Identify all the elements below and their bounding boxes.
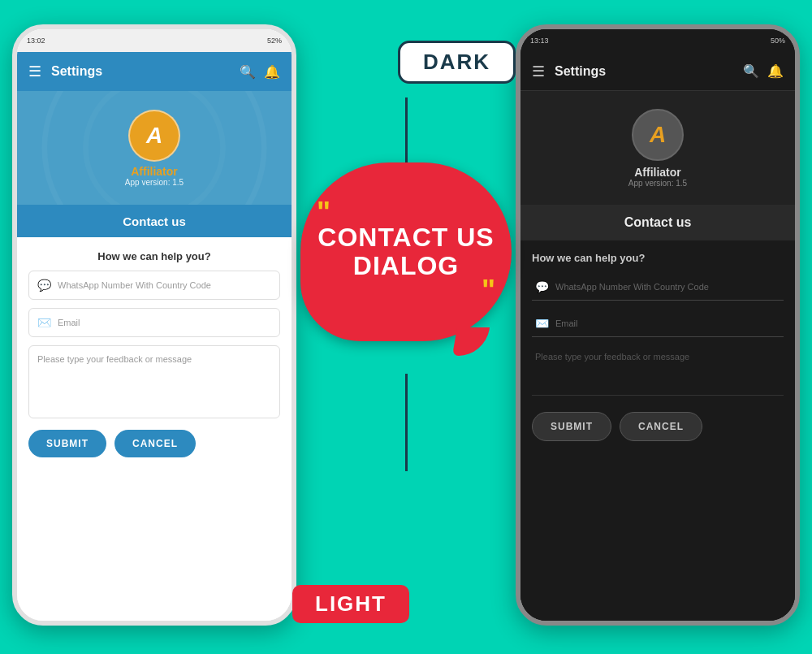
avatar-dark: A <box>632 109 684 161</box>
battery-light: 52% <box>267 37 282 45</box>
menu-icon-light[interactable]: ☰ <box>28 63 41 80</box>
whatsapp-icon-dark: 💬 <box>535 280 549 293</box>
app-bar-dark: ☰ Settings 🔍 🔔 <box>520 52 795 91</box>
form-buttons-light: SUBMIT CANCEL <box>28 430 280 457</box>
email-placeholder-dark: Email <box>555 318 578 328</box>
message-field-light[interactable]: Please type your feedback or message <box>28 345 280 418</box>
quote-close-icon: " <box>482 276 495 305</box>
message-placeholder-dark: Please type your feedback or message <box>535 352 689 362</box>
submit-button-dark[interactable]: SUBMIT <box>532 412 611 441</box>
battery-dark: 50% <box>771 37 785 45</box>
app-bar-icons-dark: 🔍 🔔 <box>743 63 784 79</box>
phone-dark: 13:13 50% ☰ Settings 🔍 🔔 A Affiliator Ap… <box>516 24 800 626</box>
form-question-light: How we can help you? <box>28 250 280 262</box>
message-placeholder-light: Please type your feedback or message <box>37 354 192 364</box>
contact-section-dark: Contact us <box>520 205 795 240</box>
status-bar-dark: 13:13 50% <box>520 29 795 52</box>
search-icon-light[interactable]: 🔍 <box>240 64 256 80</box>
cancel-button-dark[interactable]: CANCEL <box>620 412 702 441</box>
form-area-dark: How we can help you? 💬 WhatsApp Number W… <box>520 240 795 621</box>
avatar-light: A <box>128 110 180 162</box>
whatsapp-field-dark[interactable]: 💬 WhatsApp Number With Country Code <box>532 274 784 301</box>
phone-screen-light: 13:02 52% ☰ Settings 🔍 🔔 A Affiliator Ap… <box>17 29 292 621</box>
email-icon-light: ✉️ <box>37 316 51 329</box>
light-mode-label: LIGHT <box>292 585 409 623</box>
app-title-light: Settings <box>51 64 240 79</box>
app-title-dark: Settings <box>555 64 743 79</box>
avatar-letter-dark: A <box>650 122 666 148</box>
email-field-light[interactable]: ✉️ Email <box>28 308 280 337</box>
app-bar-light: ☰ Settings 🔍 🔔 <box>17 52 292 91</box>
phone-screen-dark: 13:13 50% ☰ Settings 🔍 🔔 A Affiliator Ap… <box>520 29 795 621</box>
profile-area-dark: A Affiliator App version: 1.5 <box>520 91 795 205</box>
form-question-dark: How we can help you? <box>532 252 784 264</box>
whatsapp-placeholder-light: WhatsApp Number With Country Code <box>58 280 211 290</box>
time-dark: 13:13 <box>530 37 549 45</box>
cancel-button-light[interactable]: CANCEL <box>114 430 196 457</box>
whatsapp-placeholder-dark: WhatsApp Number With Country Code <box>555 282 709 292</box>
message-field-dark[interactable]: Please type your feedback or message <box>532 347 784 396</box>
submit-button-light[interactable]: SUBMIT <box>28 430 106 457</box>
status-bar-light: 13:02 52% <box>17 29 292 52</box>
whatsapp-field-light[interactable]: 💬 WhatsApp Number With Country Code <box>28 271 280 300</box>
dark-mode-label: DARK <box>398 41 516 84</box>
avatar-letter-light: A <box>146 123 162 149</box>
profile-area-light: A Affiliator App version: 1.5 <box>17 91 292 205</box>
app-name-light: Affiliator <box>131 165 178 178</box>
time-light: 13:02 <box>27 37 45 45</box>
bell-icon-dark[interactable]: 🔔 <box>767 63 784 79</box>
contact-title-dark: Contact us <box>624 215 692 230</box>
contact-title-light: Contact us <box>123 214 186 228</box>
app-version-dark: App version: 1.5 <box>628 179 687 188</box>
contact-section-light: Contact us <box>17 205 292 237</box>
bell-icon-light[interactable]: 🔔 <box>264 64 280 80</box>
app-bar-icons-light: 🔍 🔔 <box>240 64 280 80</box>
phone-light: 13:02 52% ☰ Settings 🔍 🔔 A Affiliator Ap… <box>12 24 296 626</box>
form-buttons-dark: SUBMIT CANCEL <box>532 412 784 441</box>
promo-text: CONTACT US DIALOG <box>300 223 512 280</box>
connector-line-bottom <box>405 374 408 471</box>
app-version-light: App version: 1.5 <box>125 178 184 187</box>
form-area-light: How we can help you? 💬 WhatsApp Number W… <box>17 237 292 621</box>
app-name-dark: Affiliator <box>634 166 681 179</box>
email-placeholder-light: Email <box>58 318 80 327</box>
menu-icon-dark[interactable]: ☰ <box>532 63 545 80</box>
search-icon-dark[interactable]: 🔍 <box>743 63 759 79</box>
email-field-dark[interactable]: ✉️ Email <box>532 310 784 337</box>
promo-badge: " CONTACT US DIALOG " <box>300 162 512 341</box>
whatsapp-icon-light: 💬 <box>37 279 51 292</box>
email-icon-dark: ✉️ <box>535 317 549 330</box>
